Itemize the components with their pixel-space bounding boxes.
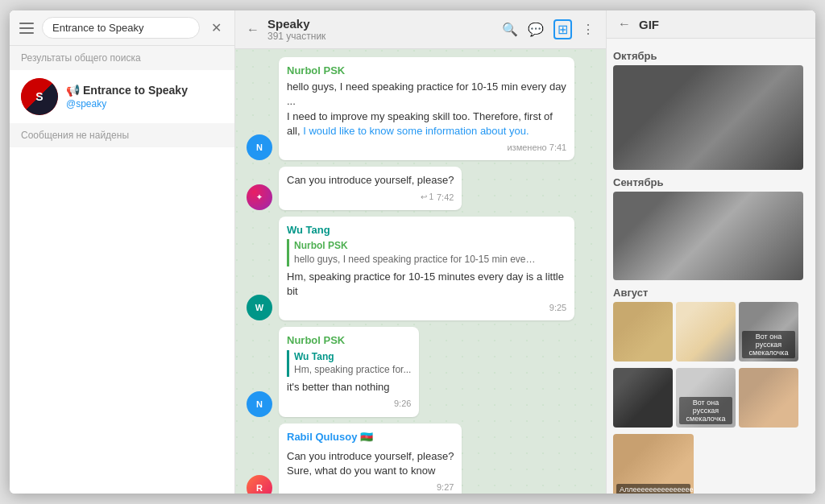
month-label-august: Август xyxy=(613,287,809,299)
gif-label-overlay-3: Аллееееееееееееееееее xyxy=(616,484,690,494)
quoted-sender-4: Wu Tang xyxy=(294,350,411,364)
message-row-2: ✦ Can you introduce yourself, please? ↩ … xyxy=(247,167,595,210)
msg-text-3: Hm, speaking practice for 10-15 minutes … xyxy=(287,270,566,299)
search-icon[interactable]: 🔍 xyxy=(502,22,518,37)
channel-handle: @speaky xyxy=(66,98,223,109)
msg-time-3: 9:25 xyxy=(549,302,566,314)
msg-text-5: Can you introduce yourself, please? xyxy=(287,449,454,464)
msg-text-2: Can you introduce yourself, please? xyxy=(287,173,454,188)
left-header: ✕ xyxy=(10,10,234,46)
close-icon[interactable]: ✕ xyxy=(208,19,225,37)
message-bubble-5: Rabil Qulusoy 🇦🇿 Can you introduce yours… xyxy=(279,423,462,494)
msg-edited-1: изменено 7:41 xyxy=(507,142,566,154)
gif-placeholder-aug2 xyxy=(676,302,736,361)
gif-placeholder xyxy=(613,65,803,170)
channel-name: 📢 Entrance to Speaky xyxy=(66,84,223,97)
message-bubble-2: Can you introduce yourself, please? ↩ 1 … xyxy=(279,167,462,210)
quoted-block-3: Nurbol PSK hello guys, I need speaking p… xyxy=(287,239,566,266)
chat-header: ← Speaky 391 участник 🔍 💬 ⊞ ⋮ xyxy=(235,10,606,49)
msg-meta-4: 9:26 xyxy=(287,398,411,410)
highlight-text: I would like to know some information ab… xyxy=(303,125,529,137)
left-panel: ✕ Результаты общего поиска S 📢 Entrance … xyxy=(10,10,235,494)
channel-item[interactable]: S 📢 Entrance to Speaky @speaky xyxy=(10,70,234,123)
gif-label-overlay-1: Вот она русская смекалочка xyxy=(742,331,795,358)
more-icon[interactable]: ⋮ xyxy=(582,22,595,37)
gif-grid-october xyxy=(613,65,809,170)
sender-name-3: Wu Tang xyxy=(287,223,566,238)
back-button[interactable]: ← xyxy=(247,23,259,37)
gif-grid-august-row1: Вот она русская смекалочка xyxy=(613,302,809,361)
channel-avatar-inner: S xyxy=(21,78,58,115)
layout-icon[interactable]: ⊞ xyxy=(553,19,572,39)
middle-panel: ← Speaky 391 участник 🔍 💬 ⊞ ⋮ N Nurbol P… xyxy=(235,10,606,494)
quoted-sender-3: Nurbol PSK xyxy=(294,239,566,253)
gif-thumb-aug-2[interactable] xyxy=(676,302,736,361)
msg-meta-5: 9:27 xyxy=(287,481,454,494)
msg-text-4: it's better than nothing xyxy=(287,380,411,395)
gif-thumb-oct-1[interactable] xyxy=(613,65,803,170)
gif-thumb-aug-3[interactable]: Вот она русская смекалочка xyxy=(739,302,798,361)
right-title: GIF xyxy=(639,18,659,31)
gif-grid-september xyxy=(613,192,809,280)
gif-placeholder-sep xyxy=(613,192,803,280)
message-row-5: R Rabil Qulusoy 🇦🇿 Can you introduce you… xyxy=(247,423,595,494)
avatar-5: R xyxy=(247,475,272,494)
app-window: ✕ Результаты общего поиска S 📢 Entrance … xyxy=(10,10,815,494)
msg-text-1b: I need to improve my speaking skill too.… xyxy=(287,109,566,138)
gif-placeholder-aug1 xyxy=(613,302,673,361)
gif-grid-august-row3: Аллееееееееееееееееее xyxy=(613,434,809,494)
quoted-text-3: hello guys, I need speaking practice for… xyxy=(294,253,536,266)
gif-body: Октябрь Сентябрь Август xyxy=(607,39,815,494)
chat-title: Speaky xyxy=(267,17,494,31)
message-bubble-1: Nurbol PSK hello guys, I need speaking p… xyxy=(279,57,574,160)
gif-placeholder-aug4 xyxy=(613,368,673,428)
gif-thumb-aug-1[interactable] xyxy=(613,302,673,361)
megaphone-icon: 📢 xyxy=(66,84,80,97)
message-row-1: N Nurbol PSK hello guys, I need speaking… xyxy=(247,57,595,160)
chat-header-icons: 🔍 💬 ⊞ ⋮ xyxy=(502,19,595,39)
chat-title-area: Speaky 391 участник xyxy=(267,17,494,42)
comment-icon[interactable]: 💬 xyxy=(528,22,544,37)
month-label-october: Октябрь xyxy=(613,50,809,62)
chat-members: 391 участник xyxy=(267,31,494,42)
msg-meta-3: 9:25 xyxy=(287,302,566,314)
sender-name-1: Nurbol PSK xyxy=(287,64,566,78)
gif-thumb-aug-4[interactable] xyxy=(613,368,673,428)
right-header: ← GIF xyxy=(607,10,815,39)
gif-thumb-sep-1[interactable] xyxy=(613,192,803,280)
msg-time-4: 9:26 xyxy=(394,398,411,410)
gif-grid-august-row2: Вот она русская смекалочка xyxy=(613,368,809,428)
message-bubble-4: Nurbol PSK Wu Tang Hm, speaking practice… xyxy=(279,327,419,416)
menu-icon[interactable] xyxy=(19,23,34,34)
right-panel: ← GIF Октябрь Сентябрь Август xyxy=(606,10,815,494)
gif-label-overlay-2: Вот она русская смекалочка xyxy=(679,397,732,424)
channel-info: 📢 Entrance to Speaky @speaky xyxy=(66,84,223,109)
no-messages-label: Сообщения не найдены xyxy=(10,123,234,147)
msg-text-1: hello guys, I need speaking practice for… xyxy=(287,80,566,109)
right-back-button[interactable]: ← xyxy=(618,17,631,31)
avatar-2: ✦ xyxy=(247,184,272,210)
sender-name-5: Rabil Qulusoy 🇦🇿 xyxy=(287,430,454,444)
sender-name-4: Nurbol PSK xyxy=(287,333,411,348)
reply-icon: ↩ 1 xyxy=(421,192,433,203)
gif-placeholder-aug6 xyxy=(739,368,798,428)
msg-time-5: 9:27 xyxy=(437,481,454,494)
avatar-4: N xyxy=(247,391,272,417)
quoted-text-4: Hm, speaking practice for... xyxy=(294,363,411,377)
gif-thumb-aug-7[interactable]: Аллееееееееееееееееее xyxy=(613,434,694,494)
search-input[interactable] xyxy=(42,17,200,39)
gif-thumb-aug-5[interactable]: Вот она русская смекалочка xyxy=(676,368,736,428)
avatar-3: W xyxy=(247,295,272,320)
message-row-3: W Wu Tang Nurbol PSK hello guys, I need … xyxy=(247,217,595,321)
chat-body: N Nurbol PSK hello guys, I need speaking… xyxy=(235,49,606,494)
avatar-1: N xyxy=(247,134,272,160)
quoted-block-4: Wu Tang Hm, speaking practice for... xyxy=(287,350,411,378)
search-label: Результаты общего поиска xyxy=(10,46,234,70)
gif-thumb-aug-6[interactable] xyxy=(739,368,798,428)
msg-time-2: 7:42 xyxy=(437,192,454,204)
msg-meta-1: изменено 7:41 xyxy=(287,142,566,154)
month-label-september: Сентябрь xyxy=(613,176,809,188)
message-bubble-3: Wu Tang Nurbol PSK hello guys, I need sp… xyxy=(279,217,574,321)
msg-meta-2: ↩ 1 7:42 xyxy=(287,192,454,204)
channel-avatar: S xyxy=(21,78,58,115)
